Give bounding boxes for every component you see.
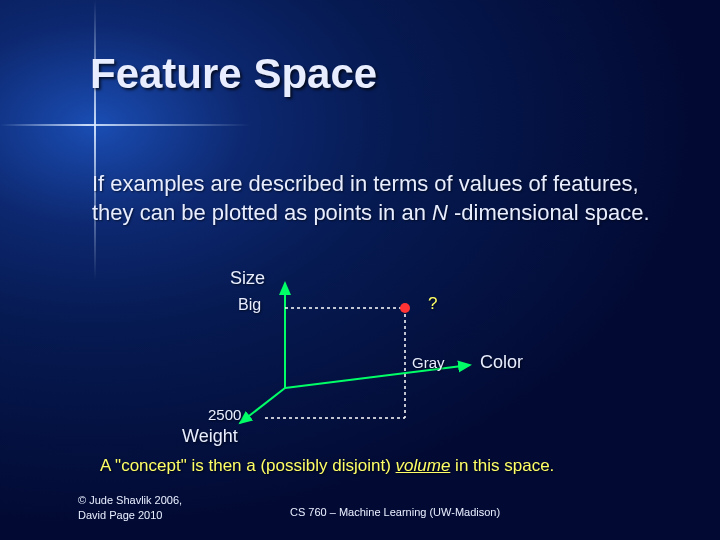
axis-label-color: Color <box>480 352 523 373</box>
feature-space-diagram: Size Big Color Gray 2500 Weight ? <box>180 268 540 448</box>
desc-var: N <box>432 200 448 225</box>
axis-tick-2500: 2500 <box>208 406 241 423</box>
copyright-line1: © Jude Shavlik 2006, <box>78 493 182 507</box>
axis-label-weight: Weight <box>182 426 238 447</box>
bottom-pre: A "concept" is then a (possibly disjoint… <box>100 456 396 475</box>
flare-vertical <box>94 0 96 280</box>
bottom-post: in this space. <box>450 456 554 475</box>
bottom-note: A "concept" is then a (possibly disjoint… <box>100 456 660 476</box>
axis-tick-gray: Gray <box>412 354 445 371</box>
bottom-volume: volume <box>396 456 451 475</box>
copyright-line2: David Page 2010 <box>78 508 182 522</box>
axis-tick-big: Big <box>238 296 261 314</box>
point-label: ? <box>428 294 437 314</box>
desc-post: -dimensional space. <box>448 200 650 225</box>
copyright: © Jude Shavlik 2006, David Page 2010 <box>78 493 182 522</box>
slide-title: Feature Space <box>90 50 377 98</box>
flare-horizontal <box>0 124 250 126</box>
svg-point-6 <box>400 303 410 313</box>
course-label: CS 760 – Machine Learning (UW-Madison) <box>290 506 500 518</box>
slide-description: If examples are described in terms of va… <box>92 170 652 227</box>
axis-label-size: Size <box>230 268 265 289</box>
